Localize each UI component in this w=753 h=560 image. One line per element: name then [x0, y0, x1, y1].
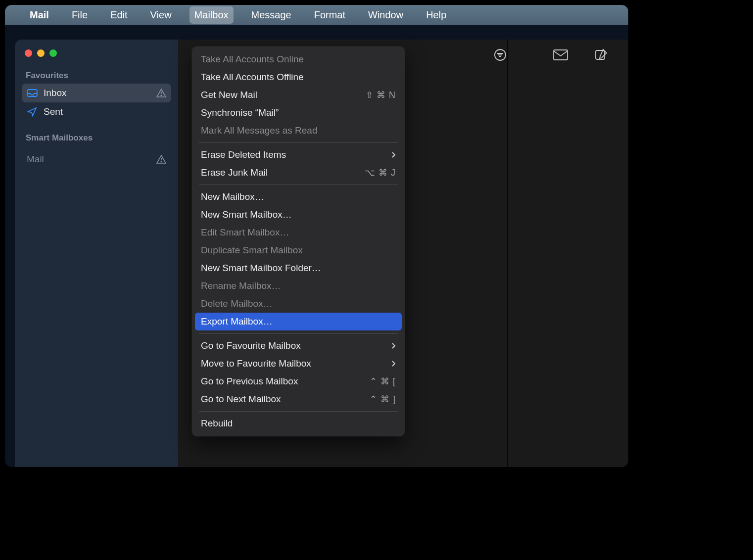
menu-item: Take All Accounts Online	[192, 50, 405, 68]
envelope-icon[interactable]	[553, 47, 568, 62]
sidebar-header-favourites: Favourites	[26, 71, 171, 81]
toolbar	[473, 40, 628, 70]
sent-icon	[27, 107, 38, 117]
menu-item[interactable]: Erase Deleted Items	[192, 146, 405, 164]
menu-item: Duplicate Smart Mailbox	[192, 241, 405, 259]
menu-item-shortcut: ⌃ ⌘ [	[370, 376, 396, 387]
menubar-format[interactable]: Format	[309, 6, 350, 24]
menubar-view[interactable]: View	[145, 6, 177, 24]
menu-item[interactable]: New Smart Mailbox…	[192, 206, 405, 224]
menu-item: Delete Mailbox…	[192, 295, 405, 313]
menu-item-shortcut: ⌥ ⌘ J	[365, 167, 396, 178]
sidebar-item-inbox[interactable]: Inbox	[22, 84, 171, 102]
close-button[interactable]	[25, 49, 32, 57]
warning-icon	[156, 155, 166, 164]
menu-item[interactable]: Erase Junk Mail⌥ ⌘ J	[192, 164, 405, 182]
compose-icon[interactable]	[594, 47, 609, 62]
menu-item[interactable]: Synchronise “Mail”	[192, 104, 405, 122]
menu-item-label: New Mailbox…	[201, 191, 396, 202]
menu-item-label: Export Mailbox…	[201, 316, 396, 327]
menu-item-label: Take All Accounts Online	[201, 54, 396, 65]
menu-item-shortcut: ⇧ ⌘ N	[366, 90, 396, 100]
menubar-app[interactable]: Mail	[25, 6, 54, 24]
sidebar-header-smart: Smart Mailboxes	[26, 133, 171, 143]
menu-item[interactable]: Go to Favourite Mailbox	[192, 337, 405, 355]
pane-divider	[507, 40, 508, 467]
svg-rect-9	[554, 50, 567, 60]
menu-item[interactable]: Go to Previous Mailbox⌃ ⌘ [	[192, 373, 405, 390]
menubar: Mail File Edit View Mailbox Message Form…	[5, 5, 628, 25]
menubar-edit[interactable]: Edit	[105, 6, 132, 24]
menubar-mailbox[interactable]: Mailbox	[189, 6, 234, 24]
menu-item-label: Erase Deleted Items	[201, 149, 391, 160]
chevron-right-icon	[391, 342, 396, 349]
zoom-button[interactable]	[49, 49, 57, 57]
menu-item[interactable]: New Mailbox…	[192, 188, 405, 206]
menu-item-label: Get New Mail	[201, 90, 366, 100]
filter-icon[interactable]	[493, 47, 508, 62]
menu-item[interactable]: Take All Accounts Offline	[192, 68, 405, 86]
sidebar-item-sent[interactable]: Sent	[22, 102, 171, 121]
menu-item[interactable]: Rebuild	[192, 415, 405, 432]
menu-item: Edit Smart Mailbox…	[192, 224, 405, 241]
menu-item-label: Go to Favourite Mailbox	[201, 340, 391, 351]
menu-item[interactable]: Export Mailbox…	[195, 313, 402, 330]
sidebar: Favourites Inbox Sent Smart Mai	[15, 40, 178, 467]
menu-item: Mark All Messages as Read	[192, 122, 405, 140]
warning-icon	[156, 89, 166, 97]
menu-item-label: Delete Mailbox…	[201, 298, 396, 309]
menu-item: Rename Mailbox…	[192, 277, 405, 295]
svg-point-4	[161, 161, 162, 162]
menubar-message[interactable]: Message	[246, 6, 296, 24]
sidebar-item-label: Mail	[27, 154, 44, 165]
menubar-window[interactable]: Window	[363, 6, 408, 24]
menu-item[interactable]: New Smart Mailbox Folder…	[192, 259, 405, 277]
menubar-help[interactable]: Help	[421, 6, 451, 24]
menubar-file[interactable]: File	[67, 6, 93, 24]
menu-item[interactable]: Go to Next Mailbox⌃ ⌘ ]	[192, 390, 405, 408]
sidebar-item-mail[interactable]: Mail	[22, 150, 171, 169]
menu-item-label: Rename Mailbox…	[201, 280, 396, 291]
menu-item-label: Edit Smart Mailbox…	[201, 227, 396, 238]
menu-item-label: Take All Accounts Offline	[201, 72, 396, 83]
menu-item[interactable]: Get New Mail⇧ ⌘ N	[192, 86, 405, 104]
mailbox-menu: Take All Accounts OnlineTake All Account…	[192, 47, 405, 436]
window-controls	[25, 49, 171, 57]
menu-item-label: Move to Favourite Mailbox	[201, 358, 391, 369]
menu-item-label: Go to Previous Mailbox	[201, 376, 370, 387]
menu-item-label: New Smart Mailbox…	[201, 209, 396, 220]
menu-item-label: Synchronise “Mail”	[201, 107, 396, 118]
inbox-icon	[27, 89, 38, 97]
chevron-right-icon	[391, 360, 396, 367]
menu-item-shortcut: ⌃ ⌘ ]	[370, 394, 396, 405]
menu-item[interactable]: Move to Favourite Mailbox	[192, 355, 405, 373]
menu-item-label: Erase Junk Mail	[201, 167, 365, 178]
minimize-button[interactable]	[37, 49, 45, 57]
chevron-right-icon	[391, 151, 396, 158]
menu-item-label: Mark All Messages as Read	[201, 125, 396, 136]
svg-point-2	[161, 95, 162, 96]
menu-item-label: Go to Next Mailbox	[201, 394, 370, 405]
menu-item-label: Duplicate Smart Mailbox	[201, 245, 396, 256]
sidebar-item-label: Sent	[44, 106, 63, 117]
menu-item-label: New Smart Mailbox Folder…	[201, 263, 396, 274]
menu-item-label: Rebuild	[201, 418, 396, 429]
sidebar-item-label: Inbox	[44, 88, 66, 98]
